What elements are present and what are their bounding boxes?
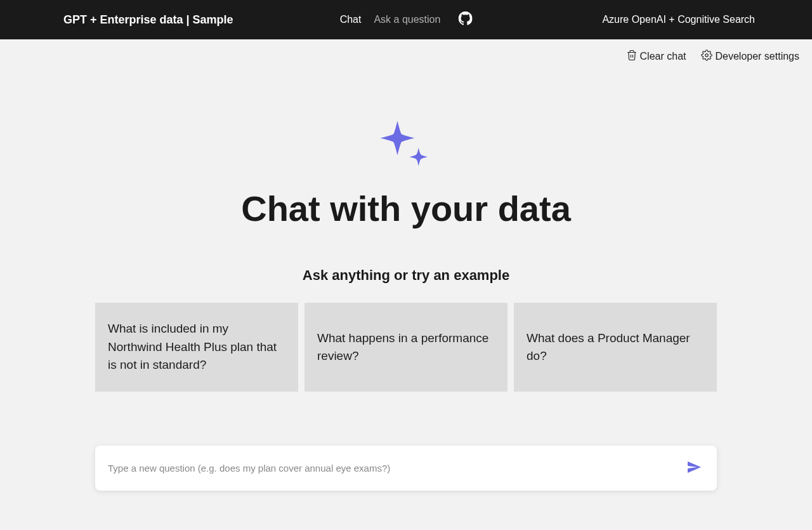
example-card-3[interactable]: What does a Product Manager do?: [514, 303, 717, 392]
app-header: GPT + Enterprise data | Sample Chat Ask …: [0, 0, 812, 39]
example-card-2[interactable]: What happens in a performance review?: [304, 303, 508, 392]
clear-chat-button[interactable]: Clear chat: [626, 50, 686, 63]
app-title: GPT + Enterprise data | Sample: [13, 13, 233, 27]
gear-icon: [701, 50, 712, 63]
main-content: Chat with your data Ask anything or try …: [0, 74, 812, 491]
question-input-container: [95, 446, 717, 491]
developer-settings-label: Developer settings: [715, 51, 799, 62]
toolbar: Clear chat Developer settings: [0, 39, 812, 74]
send-button[interactable]: [684, 457, 704, 479]
sparkle-icon: [377, 118, 435, 175]
header-right-text: Azure OpenAI + Cognitive Search: [602, 14, 799, 25]
trash-icon: [626, 50, 638, 63]
header-nav: Chat Ask a question: [340, 11, 473, 28]
question-input[interactable]: [108, 463, 684, 474]
github-link[interactable]: [458, 11, 472, 28]
clear-chat-label: Clear chat: [640, 51, 686, 62]
send-icon: [686, 460, 702, 477]
developer-settings-button[interactable]: Developer settings: [701, 50, 799, 63]
page-title: Chat with your data: [241, 188, 571, 229]
example-list: What is included in my Northwind Health …: [95, 303, 717, 392]
page-subtitle: Ask anything or try an example: [303, 267, 509, 284]
example-card-1[interactable]: What is included in my Northwind Health …: [95, 303, 298, 392]
nav-ask-question[interactable]: Ask a question: [374, 14, 440, 25]
svg-point-0: [705, 54, 709, 57]
nav-chat[interactable]: Chat: [340, 14, 362, 25]
github-icon: [458, 11, 472, 28]
